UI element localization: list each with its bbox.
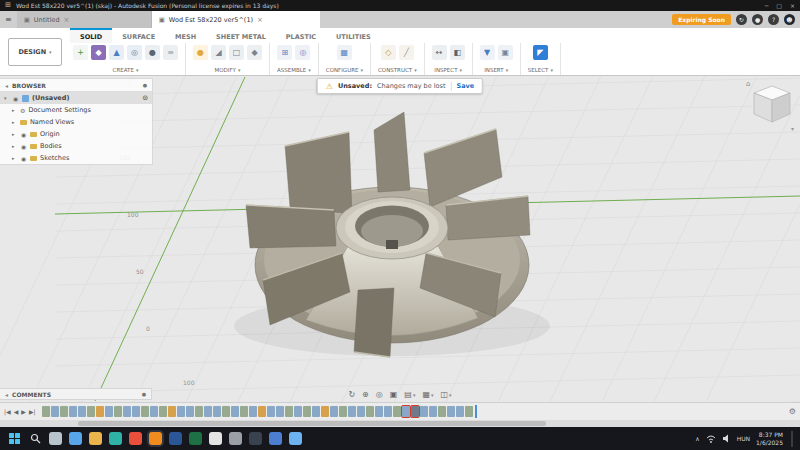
grid-display-icon[interactable]: ▦▾ (422, 390, 433, 399)
browser-item-document-settings[interactable]: ▸⚙Document Settings (0, 104, 152, 116)
timeline-feature-icon[interactable] (177, 406, 185, 417)
volume-icon[interactable] (722, 434, 731, 444)
orbit-icon[interactable]: ↻ (348, 390, 355, 399)
timeline-feature-icon[interactable] (159, 406, 167, 417)
eye-visibility-icon[interactable]: ◉ (12, 95, 19, 102)
browser-root-row[interactable]: ▾ ◉ (Unsaved) ⊙ (0, 92, 152, 104)
timeline-feature-icon[interactable] (195, 406, 203, 417)
minimize-icon[interactable]: ─ (765, 2, 769, 9)
step-back-icon[interactable]: ◀ (14, 408, 19, 415)
timeline-feature-icon[interactable] (384, 406, 392, 417)
activate-component-icon[interactable]: ⊙ (142, 94, 148, 102)
combine-icon[interactable]: ◆ (247, 45, 262, 60)
play-icon[interactable]: ▶ (21, 408, 26, 415)
timeline-feature-icon[interactable] (249, 406, 257, 417)
app-grid-icon[interactable]: ⊞ (5, 2, 11, 9)
expand-icon[interactable]: ▸ (12, 107, 17, 113)
timeline-scrollbar[interactable] (0, 420, 800, 427)
close-tab-icon[interactable]: × (257, 16, 263, 24)
timeline-feature-icon[interactable] (141, 406, 149, 417)
ribbon-tab-plastic[interactable]: PLASTIC (276, 28, 326, 43)
select-cursor-icon[interactable]: ◤ (533, 45, 548, 60)
go-to-end-icon[interactable]: ▶| (29, 408, 36, 415)
timeline-feature-icon[interactable] (267, 406, 275, 417)
timeline-feature-icon[interactable] (357, 406, 365, 417)
tab-active-document[interactable]: ▣ Wod Est 58x220 ver5^(1) × (152, 11, 320, 28)
timeline-feature-icon[interactable] (411, 406, 419, 417)
timeline-feature-icon[interactable] (51, 406, 59, 417)
fit-icon[interactable]: ▣ (390, 390, 398, 399)
go-to-start-icon[interactable]: |◀ (4, 408, 11, 415)
zoom-icon[interactable]: ◎ (376, 390, 383, 399)
wifi-icon[interactable] (706, 434, 716, 444)
eye-visibility-icon[interactable]: ◉ (20, 155, 27, 162)
taskbar-app-settings[interactable] (229, 432, 242, 445)
taskbar-app-notepad[interactable] (209, 432, 222, 445)
timeline-feature-icon[interactable] (420, 406, 428, 417)
insert-derive-icon[interactable]: ▼ (480, 45, 495, 60)
model-viewport[interactable]: 200150100500100 (0, 76, 800, 402)
tab-untitled[interactable]: ▣ Untitled × (17, 11, 152, 28)
section-analysis-icon[interactable]: ◧ (450, 45, 465, 60)
taskbar-app-word[interactable] (169, 432, 182, 445)
offset-plane-icon[interactable]: ◇ (381, 45, 396, 60)
ribbon-tab-sheet-metal[interactable]: SHEET METAL (206, 28, 276, 43)
taskbar-app-chrome-browser[interactable] (129, 432, 142, 445)
taskbar-app-calculator[interactable] (269, 432, 282, 445)
timeline-feature-icon[interactable] (240, 406, 248, 417)
home-menu-icon[interactable]: ≡ (0, 15, 17, 24)
timeline-feature-icon[interactable] (375, 406, 383, 417)
timeline-feature-icon[interactable] (78, 406, 86, 417)
timeline-feature-icon[interactable] (294, 406, 302, 417)
extrude-icon[interactable]: ▲ (109, 45, 124, 60)
save-button[interactable]: Save (457, 82, 475, 90)
timeline-feature-icon[interactable] (123, 406, 131, 417)
taskbar-app-file-explorer[interactable] (89, 432, 102, 445)
create-form-icon[interactable]: ◆ (91, 45, 106, 60)
taskbar-app-widgets[interactable] (69, 432, 82, 445)
taskbar-app-terminal[interactable] (249, 432, 262, 445)
timeline-feature-icon[interactable] (150, 406, 158, 417)
fillet-icon[interactable]: ◢ (211, 45, 226, 60)
timeline-feature-icon[interactable] (204, 406, 212, 417)
ribbon-tab-surface[interactable]: SURFACE (112, 28, 165, 43)
timeline-feature-icon[interactable] (132, 406, 140, 417)
timeline-feature-icon[interactable] (429, 406, 437, 417)
timeline-marker[interactable] (475, 405, 477, 418)
axis-icon[interactable]: ╱ (399, 45, 414, 60)
group-label-configure[interactable]: CONFIGURE▾ (326, 67, 363, 74)
expiring-soon-badge[interactable]: Expiring Soon (672, 14, 731, 25)
comments-panel[interactable]: ◂ COMMENTS ● (0, 388, 152, 400)
timeline-feature-icon[interactable] (321, 406, 329, 417)
user-avatar[interactable]: ☻ (784, 14, 795, 25)
browser-item-origin[interactable]: ▸◉Origin (0, 128, 152, 140)
new-component-icon[interactable]: ⊞ (277, 45, 292, 60)
design-workspace-dropdown[interactable]: DESIGN ▾ (8, 38, 62, 66)
expand-icon[interactable]: ▸ (12, 155, 17, 161)
decal-icon[interactable]: ▣ (498, 45, 513, 60)
timeline-feature-icon[interactable] (231, 406, 239, 417)
group-label-inspect[interactable]: INSPECT▾ (434, 67, 462, 74)
show-desktop-button[interactable] (791, 431, 793, 447)
taskbar-app-fusion-360[interactable] (149, 432, 162, 445)
timeline-feature-icon[interactable] (312, 406, 320, 417)
timeline-settings-icon[interactable]: ⚙ (789, 407, 796, 416)
create-sketch-icon[interactable]: + (73, 45, 88, 60)
viewports-icon[interactable]: ◫▾ (441, 390, 452, 399)
taskbar-app-excel[interactable] (189, 432, 202, 445)
start-button[interactable] (7, 432, 21, 446)
timeline-feature-icon[interactable] (447, 406, 455, 417)
press-pull-icon[interactable]: ● (193, 45, 208, 60)
timeline-feature-icon[interactable] (348, 406, 356, 417)
group-label-construct[interactable]: CONSTRUCT▾ (378, 67, 417, 74)
timeline-feature-icon[interactable] (186, 406, 194, 417)
timeline-feature-icon[interactable] (258, 406, 266, 417)
timeline-feature-icon[interactable] (456, 406, 464, 417)
browser-item-named-views[interactable]: ▸Named Views (0, 116, 152, 128)
taskbar-app-task-view[interactable] (49, 432, 62, 445)
timeline-feature-icon[interactable] (60, 406, 68, 417)
timeline-feature-icon[interactable] (42, 406, 50, 417)
job-status-icon[interactable]: ↻ (736, 14, 747, 25)
search-icon[interactable] (28, 432, 42, 446)
timeline-feature-icon[interactable] (393, 406, 401, 417)
